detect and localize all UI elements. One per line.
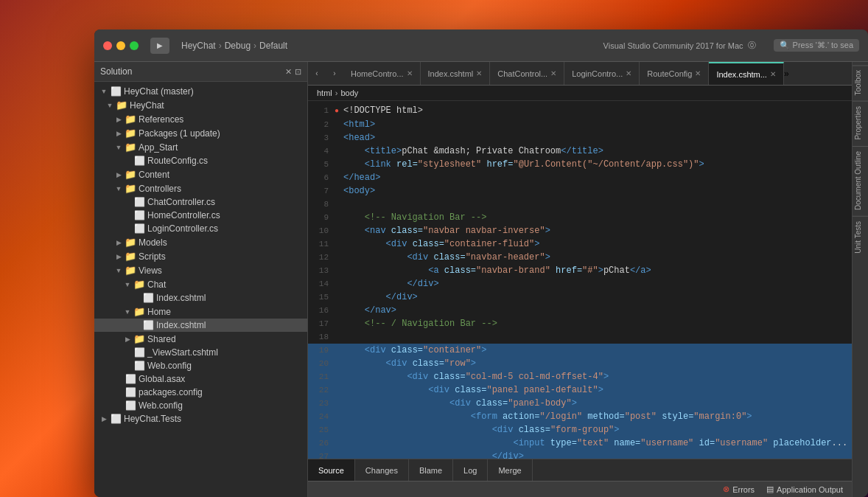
help-icon[interactable]: ⓪ (748, 40, 756, 51)
folder-icon: 📁 (125, 237, 136, 248)
code-editor[interactable]: 1 ● <!DOCTYPE html> 2 <html> 3 <he (308, 101, 852, 459)
code-line-selected: 25 <div class="form-group"> (308, 423, 852, 437)
tab-next-button[interactable]: › (326, 62, 343, 85)
tab-merge[interactable]: Merge (488, 459, 532, 481)
code-line: 12 <div class="navbar-header"> (308, 251, 852, 264)
sidebar-item-web-config[interactable]: ⬜ Web.config (94, 399, 307, 412)
errors-status[interactable]: ⊗ Errors (723, 484, 755, 494)
sidebar-item-heychat-tests[interactable]: ▶ ⬜ HeyChat.Tests (94, 412, 307, 425)
minimize-button[interactable] (116, 41, 125, 50)
toolbox-label[interactable]: Toolbox (853, 65, 868, 100)
tab-logincontrol[interactable]: LoginContro... ✕ (564, 62, 640, 85)
config-file-icon: ⬜ (125, 387, 136, 397)
sidebar-item-index-home[interactable]: ⬜ Index.cshtml (94, 319, 307, 332)
sidebar-item-views[interactable]: ▼ 📁 Views (94, 263, 307, 277)
sidebar-item-global-asax[interactable]: ⬜ Global.asax (94, 372, 307, 386)
sidebar-item-viewstart[interactable]: ⬜ _ViewStart.cshtml (94, 346, 307, 359)
bottom-tabs: Source Changes Blame Log Merge (308, 459, 852, 481)
chevron-right-icon: ▶ (100, 415, 108, 423)
sidebar-item-index-chat[interactable]: ⬜ Index.cshtml (94, 291, 307, 305)
code-line: 4 <title>pChat &mdash; Private Chatroom<… (308, 145, 852, 158)
sidebar-item-content[interactable]: ▶ 📁 Content (94, 167, 307, 181)
tab-indexcshtml[interactable]: Index.cshtml ✕ (421, 62, 491, 85)
tab-changes[interactable]: Changes (355, 459, 409, 481)
tab-routeconfig[interactable]: RouteConfig ✕ (640, 62, 709, 85)
code-line-selected: 26 <input type="text" name="username" id… (308, 437, 852, 450)
status-bar: ⊗ Errors ▤ Application Output (308, 481, 852, 497)
tab-close-icon[interactable]: ✕ (476, 69, 482, 77)
code-line: 16 </nav> (308, 304, 852, 317)
code-line: 10 <nav class="navbar navbar-inverse"> (308, 224, 852, 237)
sidebar-item-shared[interactable]: ▶ 📁 Shared (94, 332, 307, 346)
cs-file-icon: ⬜ (133, 210, 145, 220)
code-line: 2 <html> (308, 118, 852, 131)
sidebar-item-scripts[interactable]: ▶ 📁 Scripts (94, 249, 307, 263)
project-icon: 📁 (116, 100, 127, 111)
sidebar-item-heychat-project[interactable]: ▼ 📁 HeyChat (94, 98, 307, 112)
tab-chatcontrol[interactable]: ChatControl... ✕ (490, 62, 564, 85)
tab-log[interactable]: Log (453, 459, 488, 481)
app-output-status[interactable]: ▤ Application Output (766, 484, 843, 494)
tab-close-icon[interactable]: ✕ (407, 69, 413, 77)
main-window: ▶ HeyChat › Debug › Default Visual Studi… (94, 29, 868, 497)
folder-icon: 📁 (125, 169, 136, 180)
chevron-down-icon: ▼ (115, 185, 122, 192)
tab-close-icon[interactable]: ✕ (695, 69, 701, 77)
folder-icon: 📁 (133, 333, 145, 344)
cs-file-icon: ⬜ (133, 156, 145, 166)
sidebar-item-references[interactable]: ▶ 📁 References (94, 112, 307, 126)
sidebar-item-chatcontroller[interactable]: ⬜ ChatController.cs (94, 195, 307, 209)
folder-icon: 📁 (125, 128, 136, 139)
traffic-lights (103, 41, 139, 50)
search-box[interactable]: 🔍 Press '⌘.' to sea (774, 39, 859, 52)
tab-overflow[interactable]: » (784, 69, 799, 79)
folder-icon: 📁 (125, 265, 136, 276)
sidebar-item-controllers[interactable]: ▼ 📁 Controllers (94, 181, 307, 195)
sidebar-item-home[interactable]: ▼ 📁 Home (94, 305, 307, 319)
tab-index-active[interactable]: Index.cshtm... ✕ (709, 62, 783, 85)
chevron-right-icon: ▶ (115, 116, 122, 123)
chevron-down-icon: ▼ (124, 281, 131, 288)
tab-prev-button[interactable]: ‹ (308, 62, 326, 85)
sidebar-item-homecontroller[interactable]: ⬜ HomeController.cs (94, 209, 307, 222)
sidebar-item-app-start[interactable]: ▼ 📁 App_Start (94, 140, 307, 154)
code-line: 6 </head> (308, 171, 852, 184)
titlebar: ▶ HeyChat › Debug › Default Visual Studi… (94, 29, 868, 62)
code-line: 13 <a class="navbar-brand" href="#">pCha… (308, 264, 852, 277)
tab-source[interactable]: Source (308, 459, 355, 481)
sidebar-item-models[interactable]: ▶ 📁 Models (94, 235, 307, 249)
sidebar-title: Solution (100, 66, 132, 77)
code-line: 17 <!-- / Navigation Bar --> (308, 317, 852, 330)
unit-tests-label[interactable]: Unit Tests (853, 216, 868, 258)
sidebar-actions: ✕ ⊡ (285, 67, 301, 77)
tab-bar: ‹ › HomeContro... ✕ Index.cshtml ✕ ChatC… (308, 62, 852, 86)
sidebar-item-packages-config[interactable]: ⬜ packages.config (94, 386, 307, 399)
tab-close-icon[interactable]: ✕ (626, 69, 631, 77)
sidebar-item-heychat-master[interactable]: ▼ ⬜ HeyChat (master) (94, 85, 307, 98)
sidebar-close-icon[interactable]: ✕ (285, 67, 292, 77)
tab-homecontrol[interactable]: HomeContro... ✕ (343, 62, 421, 85)
sidebar-pin-icon[interactable]: ⊡ (295, 67, 301, 77)
sidebar-item-chat[interactable]: ▼ 📁 Chat (94, 277, 307, 291)
sidebar-item-routeconfig[interactable]: ⬜ RouteConfig.cs (94, 154, 307, 167)
code-line: 9 <!-- Navigation Bar --> (308, 211, 852, 224)
tab-blame[interactable]: Blame (409, 459, 453, 481)
maximize-button[interactable] (130, 41, 139, 50)
sidebar-item-web-config-views[interactable]: ⬜ Web.config (94, 359, 307, 372)
code-lines: 1 ● <!DOCTYPE html> 2 <html> 3 <he (308, 101, 852, 459)
main-layout: Solution ✕ ⊡ ▼ ⬜ HeyChat (master) ▼ 📁 He (94, 62, 868, 497)
sidebar-item-logincontroller[interactable]: ⬜ LoginController.cs (94, 222, 307, 235)
tab-close-icon[interactable]: ✕ (550, 69, 556, 77)
folder-icon: 📁 (125, 183, 136, 194)
code-line-selected: 22 <div class="panel panel-default"> (308, 383, 852, 397)
sidebar-item-packages[interactable]: ▶ 📁 Packages (1 update) (94, 126, 307, 140)
chevron-right-icon: ▶ (115, 171, 122, 178)
tab-close-icon[interactable]: ✕ (770, 70, 776, 78)
properties-label[interactable]: Properties (853, 101, 868, 145)
run-button[interactable]: ▶ (150, 38, 169, 54)
folder-icon: 📁 (133, 306, 145, 317)
document-outline-label[interactable]: Document Outline (853, 146, 868, 215)
close-button[interactable] (103, 41, 112, 50)
code-line-selected: 24 <form action="/login" method="post" s… (308, 410, 852, 423)
chevron-right-icon: ▶ (115, 253, 122, 260)
